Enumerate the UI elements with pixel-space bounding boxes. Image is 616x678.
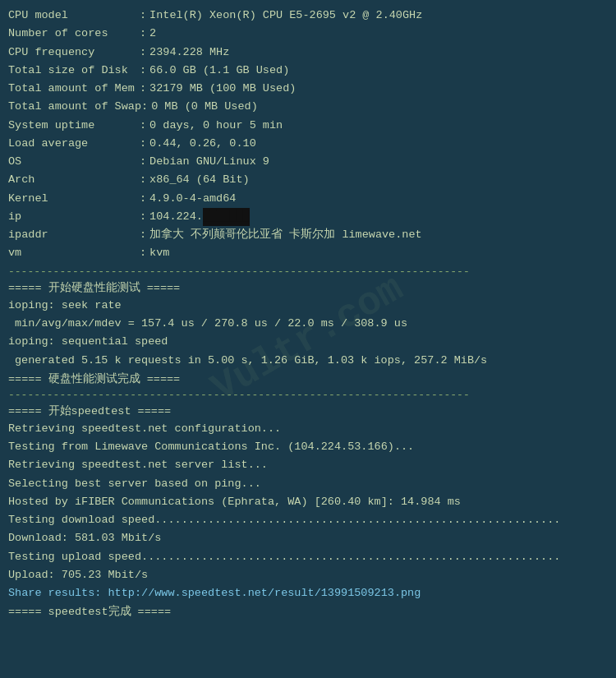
speedtest-hosted: Hosted by iFIBER Communications (Ephrata… [8, 493, 608, 511]
table-row: CPU model : Intel(R) Xeon(R) CPU E5-2695… [8, 7, 608, 25]
label-ipaddr: ipaddr [8, 226, 140, 244]
divider-1: ----------------------------------------… [8, 265, 608, 278]
label-num-cores: Number of cores [8, 25, 140, 43]
value-vm: kvm [149, 244, 169, 262]
table-row: Total size of Disk : 66.0 GB (1.1 GB Use… [8, 62, 608, 80]
label-arch: Arch [8, 171, 140, 189]
table-row: vm : kvm [8, 244, 608, 262]
speedtest-dl-result: Download: 581.03 Mbit/s [8, 529, 608, 547]
value-kernel: 4.9.0-4-amd64 [149, 190, 236, 208]
speedtest-line-4: Selecting best server based on ping... [8, 475, 608, 493]
table-row: ip : 104.224.███████ [8, 208, 608, 226]
table-row: CPU frequency : 2394.228 MHz [8, 44, 608, 62]
value-load: 0.44, 0.26, 0.10 [149, 135, 256, 153]
sep-uptime: : [140, 117, 146, 135]
value-arch: x86_64 (64 Bit) [149, 171, 250, 189]
ip-redacted: ███████ [203, 208, 250, 226]
ioping-seek-label: ioping: seek rate [8, 297, 608, 315]
label-swap: Total amount of Swap [8, 98, 141, 116]
table-row: Total amount of Mem : 32179 MB (100 MB U… [8, 80, 608, 98]
speedtest-line-3: Retrieving speedtest.net server list... [8, 456, 608, 474]
ioping-seq-label: ioping: sequential speed [8, 333, 608, 351]
sep-cpu-model: : [140, 7, 146, 25]
value-ipaddr: 加拿大 不列颠哥伦比亚省 卡斯尔加 limewave.net [149, 226, 422, 244]
sep-mem: : [140, 80, 146, 98]
value-cpu-model: Intel(R) Xeon(R) CPU E5-2695 v2 @ 2.40GH… [149, 7, 422, 25]
value-swap: 0 MB (0 MB Used) [151, 98, 258, 116]
value-num-cores: 2 [149, 25, 156, 43]
sep-disk-size: : [140, 62, 146, 80]
ioping-seq-value: generated 5.15 k requests in 5.00 s, 1.2… [8, 352, 608, 370]
system-info-table: CPU model : Intel(R) Xeon(R) CPU E5-2695… [8, 7, 608, 263]
value-uptime: 0 days, 0 hour 5 min [149, 117, 283, 135]
table-row: Total amount of Swap : 0 MB (0 MB Used) [8, 98, 608, 116]
divider-2: ----------------------------------------… [8, 389, 608, 401]
table-row: System uptime : 0 days, 0 hour 5 min [8, 117, 608, 135]
speedtest-start: ===== 开始speedtest ===== [8, 404, 608, 418]
table-row: Kernel : 4.9.0-4-amd64 [8, 190, 608, 208]
sep-swap: : [141, 98, 148, 116]
sep-cpu-freq: : [140, 44, 146, 62]
label-mem: Total amount of Mem [8, 80, 140, 98]
label-load: Load average [8, 135, 140, 153]
label-disk-size: Total size of Disk [8, 62, 140, 80]
value-cpu-freq: 2394.228 MHz [149, 44, 229, 62]
speedtest-end: ===== speedtest完成 ===== [8, 604, 608, 619]
label-cpu-model: CPU model [8, 7, 140, 25]
sep-os: : [140, 153, 146, 171]
label-ip: ip [8, 208, 140, 226]
sep-ip: : [140, 208, 146, 226]
table-row: Number of cores : 2 [8, 25, 608, 43]
disk-test-start: ===== 开始硬盘性能测试 ===== [8, 280, 608, 295]
sep-arch: : [140, 171, 146, 189]
label-cpu-freq: CPU frequency [8, 44, 140, 62]
value-mem: 32179 MB (100 MB Used) [149, 80, 296, 98]
value-ip-partial: 104.224. [149, 208, 203, 226]
speedtest-share-url: Share results: http://www.speedtest.net/… [8, 584, 608, 602]
sep-kernel: : [140, 190, 146, 208]
sep-vm: : [140, 244, 146, 262]
speedtest-dl-testing: Testing download speed..................… [8, 511, 608, 529]
sep-num-cores: : [140, 25, 146, 43]
table-row: Load average : 0.44, 0.26, 0.10 [8, 135, 608, 153]
value-os: Debian GNU/Linux 9 [149, 153, 269, 171]
speedtest-line-1: Retrieving speedtest.net configuration..… [8, 420, 608, 438]
speedtest-ul-testing: Testing upload speed....................… [8, 548, 608, 566]
terminal-content: CPU model : Intel(R) Xeon(R) CPU E5-2695… [8, 7, 608, 619]
table-row: Arch : x86_64 (64 Bit) [8, 171, 608, 189]
table-row: OS : Debian GNU/Linux 9 [8, 153, 608, 171]
speedtest-ul-result: Upload: 705.23 Mbit/s [8, 566, 608, 584]
ioping-seek-value: min/avg/max/mdev = 157.4 us / 270.8 us /… [8, 315, 608, 333]
speedtest-line-2: Testing from Limewave Communications Inc… [8, 438, 608, 456]
sep-load: : [140, 135, 146, 153]
sep-ipaddr: : [140, 226, 146, 244]
value-disk-size: 66.0 GB (1.1 GB Used) [149, 62, 289, 80]
label-kernel: Kernel [8, 190, 140, 208]
label-os: OS [8, 153, 140, 171]
table-row: ipaddr : 加拿大 不列颠哥伦比亚省 卡斯尔加 limewave.net [8, 226, 608, 244]
label-vm: vm [8, 244, 140, 262]
disk-test-end: ===== 硬盘性能测试完成 ===== [8, 371, 608, 386]
label-uptime: System uptime [8, 117, 140, 135]
sections-container: ===== 开始硬盘性能测试 ===== ioping: seek rate m… [8, 280, 608, 620]
